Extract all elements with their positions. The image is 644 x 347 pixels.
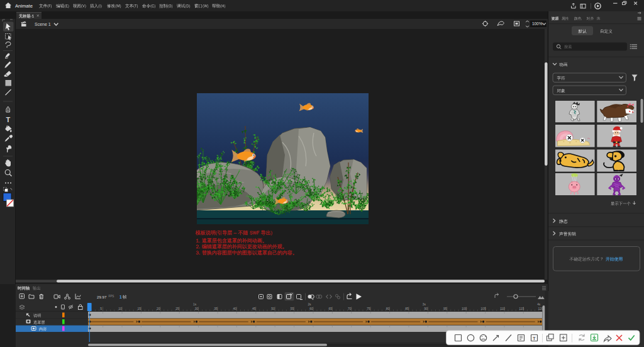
svg-text:1: 1 [119,295,122,299]
svg-text:70: 70 [348,307,352,310]
svg-text:5: 5 [100,307,102,310]
svg-text:110: 110 [500,307,505,310]
svg-text:2s: 2s [308,303,311,306]
svg-text:4s: 4s [537,303,541,306]
svg-text:15: 15 [138,307,142,310]
svg-text:29.97: 29.97 [97,295,107,299]
svg-text:60: 60 [309,307,313,310]
svg-text:40: 40 [233,307,237,310]
svg-text:T: T [6,116,11,123]
svg-text:T: T [533,336,536,341]
svg-text:30: 30 [195,307,199,310]
svg-text:65: 65 [329,307,333,310]
svg-text:100%: 100% [532,21,543,26]
svg-text:75: 75 [367,307,370,310]
svg-text:100: 100 [462,307,467,310]
svg-text:1s: 1s [193,303,197,306]
svg-text:Animate: Animate [15,3,33,9]
svg-text:80: 80 [386,307,390,310]
svg-text:105: 105 [480,307,486,310]
svg-text:FPS: FPS [109,295,114,298]
svg-text:20: 20 [157,307,160,310]
svg-text:Scene 1: Scene 1 [35,22,51,26]
svg-text:90: 90 [425,307,428,310]
svg-text:25: 25 [175,307,179,310]
svg-text:35: 35 [214,307,218,310]
svg-text:10: 10 [118,307,122,310]
svg-text:50: 50 [271,307,275,310]
svg-text:45: 45 [252,307,256,310]
svg-text:3s: 3s [423,303,426,306]
svg-text:55: 55 [291,307,294,310]
svg-text:115: 115 [519,307,524,310]
svg-text:85: 85 [405,307,409,310]
svg-text:95: 95 [443,307,447,310]
